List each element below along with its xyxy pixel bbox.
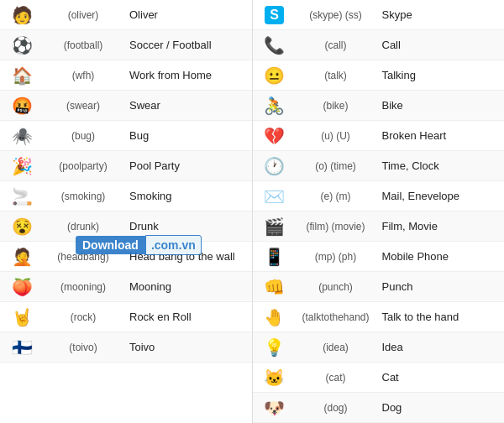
- name-cell: Talk to the hand: [382, 311, 498, 323]
- code-cell: (swear): [37, 100, 129, 112]
- code-cell: (talktothehand): [290, 311, 382, 323]
- table-row: 😐(talk)Talking: [253, 60, 505, 91]
- code-cell: (mp) (ph): [290, 251, 382, 263]
- code-cell: (skype) (ss): [290, 9, 382, 21]
- code-cell: (punch): [290, 281, 382, 293]
- emoji-icon: 📱: [260, 247, 290, 267]
- name-cell: Film, Movie: [382, 220, 498, 232]
- emoji-icon: 🤬: [7, 96, 37, 116]
- table-row: 🤬(swear)Swear: [0, 91, 252, 121]
- name-cell: Toivo: [129, 341, 245, 353]
- table-row: 🕷️(bug)Bug: [0, 121, 252, 151]
- table-row: 🎉(poolparty)Pool Party: [0, 151, 252, 181]
- code-cell: (u) (U): [290, 130, 382, 142]
- name-cell: Rock en Roll: [129, 311, 245, 323]
- name-cell: Mail, Enevelope: [382, 190, 498, 202]
- code-cell: (wfh): [37, 70, 129, 81]
- emoji-icon: 😐: [260, 65, 290, 86]
- emoji-icon: 🏠: [7, 65, 37, 86]
- name-cell: Mobile Phone: [382, 250, 498, 263]
- code-cell: (cat): [290, 372, 382, 384]
- emoji-icon: 🍑: [7, 277, 37, 297]
- emoji-icon: 🤘: [7, 307, 37, 327]
- name-cell: Idea: [382, 341, 498, 353]
- code-cell: (call): [290, 39, 382, 51]
- table-row: 🤘(rock)Rock en Roll: [0, 302, 252, 332]
- name-cell: Call: [382, 39, 498, 51]
- code-cell: (idea): [290, 342, 382, 353]
- name-cell: Soccer / Football: [129, 39, 245, 51]
- code-cell: (o) (time): [290, 160, 382, 172]
- name-cell: Broken Heart: [382, 129, 498, 142]
- emoji-icon: S: [260, 6, 290, 24]
- table-row: ⚽(football)Soccer / Football: [0, 30, 252, 60]
- right-column: S(skype) (ss)Skype📞(call)Call😐(talk)Talk…: [253, 0, 505, 423]
- emoji-icon: 🐶: [260, 398, 290, 418]
- name-cell: Work from Home: [129, 69, 245, 81]
- table-row: 📱(mp) (ph)Mobile Phone: [253, 242, 505, 272]
- emoji-icon: 🤦: [7, 247, 37, 267]
- table-row: 🏠(wfh)Work from Home: [0, 60, 252, 91]
- code-cell: (football): [37, 39, 129, 51]
- code-cell: (talk): [290, 70, 382, 81]
- code-cell: (poolparty): [37, 160, 129, 172]
- code-cell: (mooning): [37, 281, 129, 293]
- code-cell: (smoking): [37, 191, 129, 202]
- table-row: 🇫🇮(toivo)Toivo: [0, 332, 252, 363]
- name-cell: Punch: [382, 280, 498, 293]
- name-cell: Dog: [382, 401, 498, 414]
- emoji-icon: 🧑: [7, 5, 37, 25]
- code-cell: (bike): [290, 100, 382, 112]
- table-row: 🍑(mooning)Mooning: [0, 272, 252, 302]
- code-cell: (e) (m): [290, 191, 382, 202]
- left-column: 🧑(oliver)Oliver⚽(football)Soccer / Footb…: [0, 0, 253, 423]
- table-row: 💡(idea)Idea: [253, 332, 505, 363]
- emoji-icon: 😵: [7, 217, 37, 237]
- name-cell: Bike: [382, 99, 498, 112]
- code-cell: (drunk): [37, 221, 129, 232]
- emoji-icon: 📞: [260, 35, 290, 55]
- emoji-icon: 🎬: [260, 217, 290, 237]
- emoji-icon: 🕐: [260, 156, 290, 176]
- emoji-icon: 👊: [260, 277, 290, 297]
- name-cell: Time, Clock: [382, 159, 498, 172]
- emoji-icon: 💡: [260, 337, 290, 358]
- table-row: 👊(punch)Punch: [253, 272, 505, 302]
- emoji-icon: 🎉: [7, 156, 37, 176]
- emoji-icon: 🕷️: [7, 126, 37, 146]
- code-cell: (toivo): [37, 342, 129, 353]
- emoji-icon: 🐱: [260, 368, 290, 388]
- name-cell: Skype: [382, 8, 498, 21]
- table-row: 🐱(cat)Cat: [253, 363, 505, 393]
- table-row: 🤚(talktothehand)Talk to the hand: [253, 302, 505, 332]
- code-cell: (film) (movie): [290, 221, 382, 232]
- emoji-icon: 💔: [260, 126, 290, 146]
- table-row: 📞(call)Call: [253, 30, 505, 60]
- emoji-icon: 🤚: [260, 307, 290, 327]
- watermark: Download.com.vn: [76, 235, 202, 255]
- name-cell: Smoking: [129, 190, 245, 202]
- name-cell: Mooning: [129, 280, 245, 293]
- table-row: 🚬(smoking)Smoking: [0, 181, 252, 212]
- name-cell: Drunk: [129, 220, 245, 232]
- table-row: 🧑(oliver)Oliver: [0, 0, 252, 30]
- emoji-icon: 🚴: [260, 96, 290, 116]
- emoji-icon: 🚬: [7, 186, 37, 206]
- table-row: 🚴(bike)Bike: [253, 91, 505, 121]
- code-cell: (oliver): [37, 9, 129, 21]
- code-cell: (dog): [290, 402, 382, 414]
- emoji-icon: ⚽: [7, 35, 37, 55]
- name-cell: Pool Party: [129, 159, 245, 172]
- table-row: ✉️(e) (m)Mail, Enevelope: [253, 181, 505, 212]
- emoji-icon: ✉️: [260, 186, 290, 206]
- emoji-icon: 🇫🇮: [7, 337, 37, 358]
- name-cell: Cat: [382, 371, 498, 384]
- table-row: 💔(u) (U)Broken Heart: [253, 121, 505, 151]
- name-cell: Talking: [382, 69, 498, 81]
- table-row: S(skype) (ss)Skype: [253, 0, 505, 30]
- main-container: 🧑(oliver)Oliver⚽(football)Soccer / Footb…: [0, 0, 504, 423]
- code-cell: (rock): [37, 311, 129, 323]
- table-row: 🐶(dog)Dog: [253, 393, 505, 423]
- code-cell: (bug): [37, 130, 129, 142]
- table-row: 🎬(film) (movie)Film, Movie: [253, 212, 505, 242]
